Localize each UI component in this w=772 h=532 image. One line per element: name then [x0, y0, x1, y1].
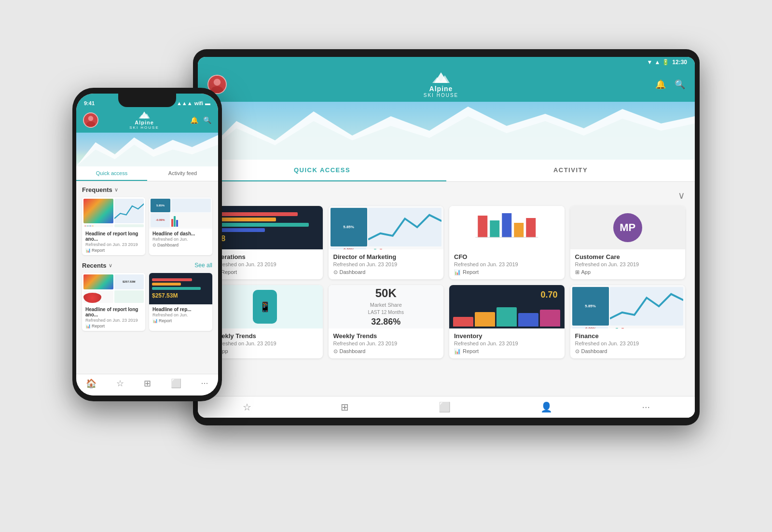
svg-rect-10 [490, 220, 499, 237]
card-operations[interactable]: 0.78 Operations Refreshed on Jun. 23 201… [207, 206, 323, 279]
tablet-nav-apps[interactable]: ⊞ [341, 401, 349, 413]
phone-nav-home[interactable]: 🏠 [86, 378, 96, 389]
card-inventory[interactable]: 0.70 Inventory [449, 285, 565, 358]
card-inventory-info: Inventory Refreshed on Jun. 23 2019 📊 Re… [449, 328, 565, 358]
frequents-grid: Headline of report long ano... Refreshed… [82, 197, 212, 255]
phone-avatar[interactable] [83, 112, 98, 128]
tablet-nav-more[interactable]: ··· [642, 401, 650, 413]
tablet-nav-reports[interactable]: ⬜ [439, 401, 451, 413]
phone-tab-quick-access[interactable]: Quick access [76, 166, 147, 181]
phone-wifi-icon: wifi [194, 100, 203, 106]
phone-notch [118, 94, 176, 107]
phone-card-recent-1-thumb: $257.53M [82, 273, 145, 304]
phone-search-icon[interactable]: 🔍 [203, 116, 211, 124]
phone-nav-apps[interactable]: ⊞ [144, 378, 151, 389]
recents-section-header: Recents ∨ See all [82, 262, 212, 269]
phone: 9:41 ▲▲▲ wifi ▬ [72, 88, 222, 401]
phone-card-recent-1-title: Headline of report long ano... [85, 307, 142, 317]
tablet-content-area[interactable]: ∨ 0.78 [198, 182, 695, 396]
card-weekly-trends-dashboard-subtitle: Refreshed on Jun. 23 2019 [333, 341, 439, 346]
tablet-nav-favorites[interactable]: ☆ [243, 401, 251, 413]
recents-title: Recents [82, 262, 107, 269]
card-operations-subtitle: Refreshed on Jun. 23 2019 [212, 261, 318, 267]
card-customer-care-info: Customer Care Refreshed on Jun. 23 2019 … [570, 249, 686, 279]
phone-nav-more[interactable]: ··· [201, 378, 208, 389]
phone-card-recent-2-info: Headline of rep... Refreshed on Jun. 📊 R… [149, 304, 212, 326]
card-weekly-trends-app-type: ⊞ App [212, 348, 318, 355]
card-weekly-trends-dashboard-title: Weekly Trends [333, 332, 439, 340]
phone-card-recent-1[interactable]: $257.53M Headline of report long ano... … [82, 273, 145, 331]
frequents-section-header: Frequents ∨ [82, 186, 212, 193]
tablet-bottom-nav: ☆ ⊞ ⬜ 👤 ··· [198, 396, 695, 418]
phone-nav-reports[interactable]: ⬜ [171, 378, 181, 389]
phone-content[interactable]: Frequents ∨ [76, 181, 218, 374]
card-director-marketing[interactable]: 5.85% -0.99% [329, 206, 444, 279]
dashboard-icon-2: ⊙ [333, 348, 338, 355]
phone-status-icons: ▲▲▲ wifi ▬ [177, 100, 210, 106]
phone-time: 9:41 [84, 100, 95, 106]
card-inventory-title: Inventory [454, 332, 560, 340]
card-weekly-trends-dashboard-info: Weekly Trends Refreshed on Jun. 23 2019 … [329, 328, 444, 358]
phone-card-recent-1-type: 📊 Report [85, 324, 142, 328]
phone-tab-activity[interactable]: Activity feed [147, 166, 218, 181]
frequents-title: Frequents [82, 186, 112, 193]
app-icon: ⊞ [575, 269, 579, 275]
phone-card-dash-1-title: Headline of dash... [152, 231, 209, 236]
card-cfo-subtitle: Refreshed on Jun. 23 2019 [454, 261, 560, 267]
phone-signal-icon: ▲▲▲ [177, 100, 193, 106]
report-icon-2: 📊 [454, 269, 461, 275]
tablet-screen: ▼ ▲ 🔋 12:30 [198, 57, 695, 418]
card-finance[interactable]: 5.85% -0.99% [570, 285, 686, 358]
phone-card-dash-1-info: Headline of dash... Refreshed on Jun. ⊙ … [149, 229, 212, 250]
tab-activity[interactable]: ACTIVITY [446, 160, 695, 181]
card-operations-info: Operations Refreshed on Jun. 23 2019 📊 R… [207, 249, 323, 279]
card-weekly-trends-dashboard-thumbnail: 50K Market Share LAST 12 Months 32.86% [329, 285, 444, 328]
card-director-marketing-title: Director of Marketing [333, 253, 439, 260]
phone-card-recent-2-title: Headline of rep... [152, 307, 209, 312]
phone-card-report-1-sub: Refreshed on Jun. 23 2019 [85, 242, 142, 247]
tablet-chevron-down[interactable]: ∨ [678, 190, 685, 201]
tablet-nav-people[interactable]: 👤 [540, 401, 552, 413]
phone-card-report-1-thumb [82, 197, 145, 229]
phone-report-icon: 📊 [85, 248, 91, 253]
phone-nav-favorites[interactable]: ☆ [116, 378, 124, 389]
phone-card-dash-1[interactable]: 5.85% -0.99% [149, 197, 212, 255]
tablet-status-icons: ▼ ▲ 🔋 [647, 59, 670, 66]
tab-quick-access[interactable]: QUICK ACCESS [198, 160, 446, 181]
svg-point-1 [214, 79, 221, 85]
card-weekly-trends-app-subtitle: Refreshed on Jun. 23 2019 [212, 341, 318, 346]
card-cfo[interactable]: CFO Refreshed on Jun. 23 2019 📊 Report [449, 206, 565, 279]
phone-notification-icon[interactable]: 🔔 [190, 116, 198, 124]
card-customer-care-type: ⊞ App [575, 269, 681, 275]
card-cfo-info: CFO Refreshed on Jun. 23 2019 📊 Report [449, 249, 565, 279]
card-weekly-trends-app[interactable]: 📱 Weekly Trends Refreshed on Jun. 23 201… [207, 285, 323, 358]
tablet-notification-icon[interactable]: 🔔 [655, 79, 666, 90]
phone-card-report-1-title: Headline of report long ano... [85, 231, 142, 242]
card-director-marketing-thumbnail: 5.85% -0.99% [329, 206, 444, 249]
svg-rect-12 [514, 223, 524, 237]
recents-see-all[interactable]: See all [194, 262, 212, 269]
card-finance-info: Finance Refreshed on Jun. 23 2019 ⊙ Dash… [570, 328, 686, 358]
wifi-icon: ▲ [654, 59, 660, 66]
card-customer-care-thumbnail: MP [570, 206, 686, 249]
phone-card-recent-2[interactable]: $257.53M Headline of rep... Refreshed on… [149, 273, 212, 331]
phone-card-dash-1-sub: Refreshed on Jun. [152, 237, 209, 242]
svg-point-16 [88, 116, 94, 121]
card-customer-care[interactable]: MP Customer Care Refreshed on Jun. 23 20… [570, 206, 686, 279]
phone-card-report-1[interactable]: Headline of report long ano... Refreshed… [82, 197, 145, 255]
recents-chevron[interactable]: ∨ [109, 262, 112, 269]
phone-tabs: Quick access Activity feed [76, 166, 218, 181]
phone-card-recent-2-thumb: $257.53M [149, 273, 212, 304]
card-weekly-trends-app-title: Weekly Trends [212, 332, 318, 340]
card-weekly-trends-dashboard[interactable]: 50K Market Share LAST 12 Months 32.86% W… [329, 285, 444, 358]
frequents-chevron[interactable]: ∨ [114, 187, 118, 193]
phone-card-report-1-type: 📊 Report [85, 248, 142, 253]
card-cfo-title: CFO [454, 253, 560, 260]
phone-screen: 9:41 ▲▲▲ wifi ▬ [76, 94, 218, 396]
tablet-search-icon[interactable]: 🔍 [675, 79, 685, 90]
tablet-tab-bar: QUICK ACCESS ACTIVITY [198, 160, 695, 182]
tablet-logo-sub: SKI HOUSE [424, 93, 458, 98]
tablet-content-header: ∨ [207, 190, 685, 201]
card-weekly-trends-app-info: Weekly Trends Refreshed on Jun. 23 2019 … [207, 328, 323, 358]
scene: ▼ ▲ 🔋 12:30 [72, 30, 700, 503]
